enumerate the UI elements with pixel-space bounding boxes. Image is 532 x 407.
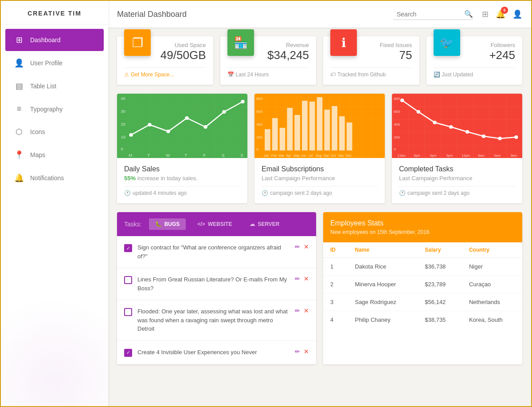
typography-icon: ≡	[14, 104, 24, 114]
sidebar-item-typography[interactable]: ≡ Typography	[5, 98, 104, 120]
svg-text:Jul: Jul	[309, 154, 313, 158]
search-icon[interactable]: 🔍	[464, 10, 473, 18]
stat-footer: 🔄 Just Updated	[434, 67, 516, 78]
sidebar-item-table-list[interactable]: ▤ Table List	[5, 75, 104, 97]
svg-point-8	[166, 130, 170, 133]
svg-point-11	[222, 110, 226, 114]
cell-salary: $23,789	[418, 276, 462, 293]
task-text-2: Lines From Great Russian Literature? Or …	[137, 275, 289, 292]
svg-point-9	[185, 116, 188, 120]
svg-text:9am: 9am	[511, 154, 517, 158]
svg-text:20: 20	[121, 122, 125, 126]
server-icon: ☁	[250, 221, 255, 227]
stat-footer: ⚠ Get More Space...	[124, 67, 206, 78]
sidebar-item-icons[interactable]: ⬡ Icons	[5, 121, 104, 143]
svg-text:0: 0	[394, 147, 396, 151]
chart-title: Email Subscriptions	[262, 165, 378, 173]
header: Material Dashboard 🔍 ⊞ 🔔 5 👤	[108, 1, 531, 28]
sidebar-item-dashboard[interactable]: ⊞ Dashboard	[5, 29, 104, 51]
task-tab-server[interactable]: ☁ SERVER	[243, 218, 286, 230]
task-checkbox-2[interactable]	[124, 276, 132, 284]
svg-rect-29	[287, 108, 293, 150]
task-checkbox-3[interactable]	[124, 308, 132, 316]
table-icon: ▤	[14, 81, 24, 91]
bell-icon[interactable]: 🔔 5	[496, 9, 505, 19]
svg-text:Dec: Dec	[346, 154, 352, 158]
cell-salary: $38,735	[418, 311, 462, 329]
svg-point-10	[203, 125, 207, 129]
user-avatar[interactable]: 👤	[512, 9, 522, 19]
task-delete-button-4[interactable]: ✕	[304, 348, 309, 355]
fixed-issues-icon-box: ℹ	[330, 29, 357, 56]
line-chart-daily-sales: 40 30 20 10 0	[117, 94, 247, 158]
code-icon: </>	[197, 221, 205, 227]
sidebar-item-label: Dashboard	[30, 36, 61, 43]
tab-label: WEBSITE	[208, 221, 232, 227]
task-item-4: ✓ Create 4 Invisible User Experiences yo…	[117, 341, 316, 364]
cell-id: 2	[323, 276, 348, 293]
chart-daily-sales: 40 30 20 10 0	[117, 94, 247, 203]
stat-footer-text[interactable]: Get More Space...	[131, 71, 174, 78]
stat-label: Used Space	[160, 42, 206, 48]
tasks-card: Tasks: 🐛 BUGS </> WEBSITE ☁ SERVER	[117, 212, 316, 364]
bug-icon: 🐛	[155, 221, 162, 227]
clock-icon: 🕐	[399, 190, 406, 196]
chart-footer-text: campaign sent 2 days ago	[407, 190, 469, 196]
search-input[interactable]	[393, 9, 464, 20]
svg-text:30: 30	[121, 109, 125, 114]
sidebar-item-notifications[interactable]: 🔔 Notifications	[5, 167, 104, 189]
cell-country: Korea, South	[462, 311, 522, 329]
svg-point-63	[514, 135, 518, 139]
svg-rect-31	[302, 101, 308, 150]
sidebar-item-maps[interactable]: 📍 Maps	[5, 144, 104, 166]
sidebar-item-label: Icons	[30, 128, 45, 135]
task-delete-button-1[interactable]: ✕	[304, 243, 309, 250]
task-delete-button-2[interactable]: ✕	[304, 275, 309, 282]
dashboard-icon: ⊞	[14, 35, 24, 45]
svg-text:200: 200	[256, 135, 262, 139]
svg-text:S: S	[240, 153, 243, 158]
icons-icon: ⬡	[14, 127, 24, 137]
svg-text:Oct: Oct	[331, 154, 336, 158]
task-checkbox-4[interactable]: ✓	[124, 349, 132, 357]
clock-icon: 🕐	[262, 190, 268, 196]
warn-icon: ⚠	[124, 71, 129, 78]
svg-rect-34	[325, 110, 330, 150]
twitter-icon: 🐦	[440, 36, 454, 50]
chart-body-daily-sales: Daily Sales 55% increase in today sales.…	[117, 158, 247, 203]
chart-title: Completed Tasks	[399, 165, 515, 173]
chart-subtitle-text: Last Campaign Performance	[399, 175, 472, 182]
search-container: 🔍	[393, 9, 473, 20]
employees-subtitle: New employees on 15th September, 2016	[330, 229, 515, 235]
svg-text:200: 200	[394, 135, 400, 139]
stat-value: 75	[380, 48, 412, 62]
charts-row: 40 30 20 10 0	[117, 94, 522, 203]
task-tab-website[interactable]: </> WEBSITE	[191, 218, 238, 230]
table-row: 4 Philip Chaney $38,735 Korea, South	[323, 311, 522, 329]
task-delete-button-3[interactable]: ✕	[304, 307, 309, 314]
stat-label: Fixed Issues	[380, 42, 412, 48]
task-edit-button-4[interactable]: ✏	[295, 348, 300, 355]
task-checkbox-1[interactable]: ✓	[124, 244, 132, 252]
task-tab-bugs[interactable]: 🐛 BUGS	[149, 218, 186, 230]
sidebar-item-label: User Profile	[30, 59, 63, 67]
stats-row: ❐ Used Space 49/50GB ⚠ Get More Space...…	[117, 36, 522, 85]
grid-icon[interactable]: ⊞	[482, 9, 489, 19]
chart-subtitle-text: Last Campaign Performance	[262, 175, 335, 182]
stat-value: 49/50GB	[160, 48, 206, 62]
task-edit-button-1[interactable]: ✏	[295, 243, 300, 250]
task-edit-button-3[interactable]: ✏	[295, 307, 300, 314]
svg-text:T: T	[147, 153, 150, 158]
sidebar-item-user-profile[interactable]: 👤 User Profile	[5, 52, 104, 74]
task-edit-button-2[interactable]: ✏	[295, 275, 300, 282]
cell-salary: $56,142	[418, 293, 462, 311]
info-icon: ℹ	[341, 36, 346, 50]
col-salary: Salary	[418, 242, 462, 258]
chart-body-tasks: Completed Tasks Last Campaign Performanc…	[392, 158, 522, 203]
followers-icon-box: 🐦	[434, 29, 460, 56]
tasks-header: Tasks: 🐛 BUGS </> WEBSITE ☁ SERVER	[117, 212, 316, 236]
refresh-icon: 🔄	[434, 71, 440, 78]
sidebar-item-label: Typography	[30, 106, 63, 113]
svg-point-61	[482, 134, 485, 138]
svg-text:Aug: Aug	[316, 154, 322, 158]
